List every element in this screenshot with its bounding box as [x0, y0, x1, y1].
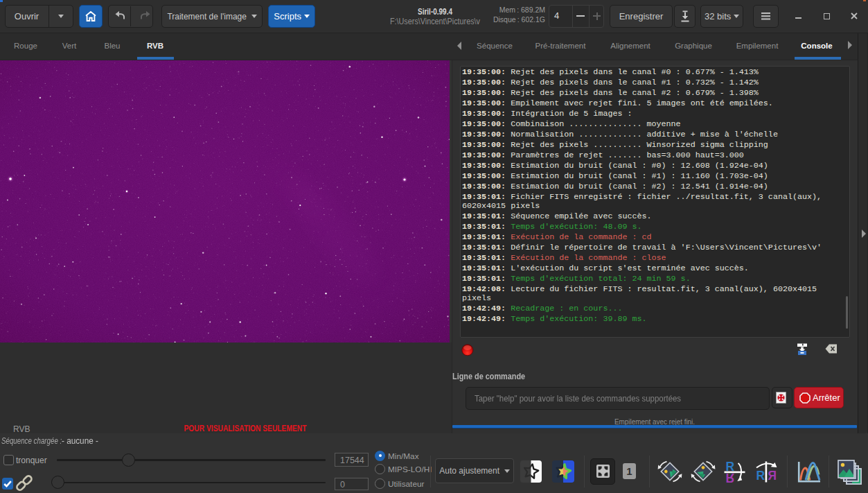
svg-text:R: R [756, 469, 765, 483]
svg-text:R: R [768, 469, 777, 483]
